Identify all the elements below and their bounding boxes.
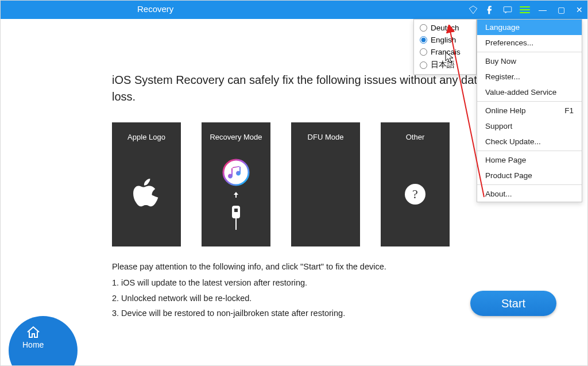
info-line: 1. iOS will update to the latest version… <box>112 276 479 289</box>
menu-homepage[interactable]: Home Page <box>477 152 582 168</box>
question-icon: ? <box>404 183 427 206</box>
diamond-icon[interactable] <box>468 5 478 15</box>
tile-other[interactable]: Other ? <box>381 122 450 246</box>
home-label: Home <box>22 340 44 349</box>
menu-vas[interactable]: Value-added Service <box>477 84 582 100</box>
menu-update[interactable]: Check Update... <box>477 134 582 149</box>
itunes-icon <box>222 159 250 230</box>
maximize-button[interactable]: ▢ <box>555 1 567 19</box>
menu-support[interactable]: Support <box>477 118 582 134</box>
menu-about[interactable]: About... <box>477 186 582 202</box>
lang-option-en[interactable]: English <box>414 34 476 46</box>
lang-option-fr[interactable]: Français <box>414 46 476 58</box>
start-button[interactable]: Start <box>470 291 556 316</box>
tile-dfu-mode[interactable]: DFU Mode <box>291 122 360 246</box>
info-line: 3. Device will be restored to non-jailbr… <box>112 307 479 319</box>
svg-rect-1 <box>504 7 512 12</box>
heading-text: iOS System Recovery can safely fix the f… <box>112 72 502 105</box>
window-icons: — ▢ ✕ <box>468 1 585 19</box>
facebook-icon[interactable] <box>485 5 496 15</box>
tile-recovery-mode[interactable]: Recovery Mode <box>202 122 270 246</box>
menu-buy[interactable]: Buy Now <box>477 53 582 69</box>
menu-separator <box>477 184 582 185</box>
hamburger-menu[interactable]: Language Preferences... Buy Now Register… <box>477 19 582 202</box>
start-label: Start <box>501 297 525 310</box>
lang-option-de[interactable]: Deutsch <box>414 22 476 34</box>
menu-register[interactable]: Register... <box>477 69 582 84</box>
menu-language[interactable]: Language <box>477 20 582 35</box>
info-line: 2. Unlocked network will be re-locked. <box>112 292 479 305</box>
apple-icon <box>133 179 160 210</box>
menu-productpage[interactable]: Product Page <box>477 168 582 183</box>
svg-marker-0 <box>469 6 477 14</box>
menu-separator <box>477 151 582 151</box>
menu-separator <box>477 101 582 102</box>
title-text: Recovery <box>137 4 173 14</box>
menu-help[interactable]: Online HelpF1 <box>477 103 582 118</box>
menu-separator <box>477 52 582 52</box>
svg-text:?: ? <box>412 187 418 201</box>
hamburger-icon[interactable] <box>520 5 530 15</box>
menu-preferences[interactable]: Preferences... <box>477 35 582 51</box>
svg-rect-5 <box>234 208 238 213</box>
tile-apple-logo[interactable]: Apple Logo <box>112 122 181 246</box>
minimize-button[interactable]: — <box>537 1 548 19</box>
home-icon <box>26 325 41 339</box>
lang-option-ja[interactable]: 日本語 <box>414 58 476 72</box>
tile-label: Recovery Mode <box>210 133 262 141</box>
issue-tiles: Apple Logo Recovery Mode <box>112 122 450 246</box>
tile-label: DFU Mode <box>308 133 344 141</box>
home-button[interactable]: Home <box>9 316 78 366</box>
info-block: Please pay attention to the following in… <box>112 260 479 322</box>
close-button[interactable]: ✕ <box>574 1 585 19</box>
feedback-icon[interactable] <box>502 5 513 15</box>
tile-label: Other <box>406 133 425 141</box>
tile-label: Apple Logo <box>127 133 165 141</box>
title-bar: Recovery — ▢ ✕ <box>1 1 588 19</box>
info-lead: Please pay attention to the following in… <box>112 260 479 273</box>
language-submenu[interactable]: Deutsch English Français 日本語 <box>413 19 477 75</box>
